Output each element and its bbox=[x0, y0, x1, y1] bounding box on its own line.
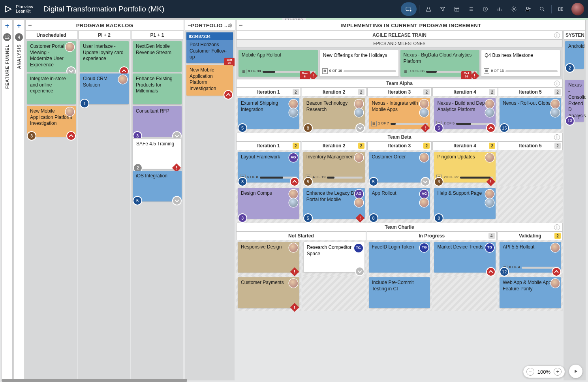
add-card-icon bbox=[405, 6, 412, 13]
settings-button[interactable] bbox=[507, 2, 520, 16]
top-bar: Planview LeanKit Digital Transformation … bbox=[0, 0, 588, 18]
svg-point-6 bbox=[526, 7, 528, 9]
bar-chart-icon bbox=[496, 6, 503, 12]
brand: Planview LeanKit bbox=[4, 5, 33, 13]
add-user-button[interactable] bbox=[521, 2, 535, 16]
filter-button[interactable] bbox=[436, 2, 449, 16]
brand-logo-icon bbox=[4, 5, 13, 13]
beaker-icon bbox=[425, 6, 432, 12]
boards-icon bbox=[558, 6, 564, 12]
metrics-button[interactable] bbox=[422, 2, 435, 16]
svg-rect-8 bbox=[559, 8, 560, 11]
analytics-button[interactable] bbox=[493, 2, 506, 16]
layout-button[interactable] bbox=[450, 2, 464, 16]
search-icon bbox=[539, 6, 545, 12]
layout-icon bbox=[454, 6, 460, 12]
svg-marker-0 bbox=[6, 6, 11, 12]
svg-rect-9 bbox=[561, 8, 563, 11]
svg-point-5 bbox=[513, 8, 515, 10]
add-card-button[interactable] bbox=[401, 2, 417, 16]
search-button[interactable] bbox=[535, 2, 549, 16]
gear-icon bbox=[511, 6, 517, 12]
user-avatar[interactable] bbox=[571, 3, 584, 15]
time-button[interactable] bbox=[479, 2, 492, 16]
funnel-icon bbox=[440, 6, 446, 12]
list-icon bbox=[468, 6, 474, 12]
clock-icon bbox=[482, 6, 488, 12]
board-title: Digital Transformation Portfolio (MK) bbox=[43, 5, 164, 13]
user-plus-icon bbox=[525, 6, 531, 12]
toolbar bbox=[401, 2, 584, 16]
list-button[interactable] bbox=[464, 2, 478, 16]
boards-button[interactable] bbox=[554, 2, 567, 16]
svg-point-7 bbox=[540, 7, 543, 10]
brand-bottom: LeanKit bbox=[16, 9, 33, 13]
